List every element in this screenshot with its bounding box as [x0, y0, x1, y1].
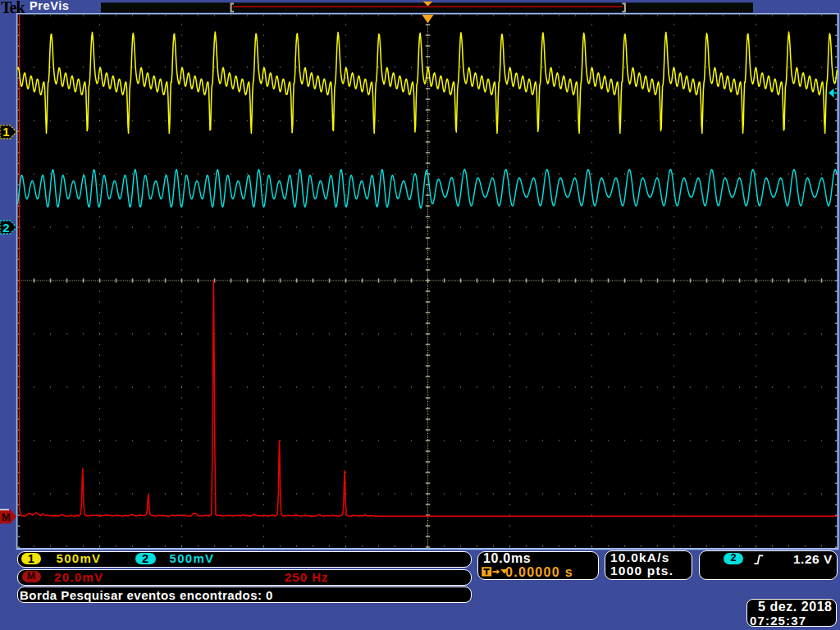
svg-text:1: 1 — [2, 125, 9, 139]
svg-text:2: 2 — [2, 221, 9, 235]
svg-text:M: M — [2, 511, 11, 523]
